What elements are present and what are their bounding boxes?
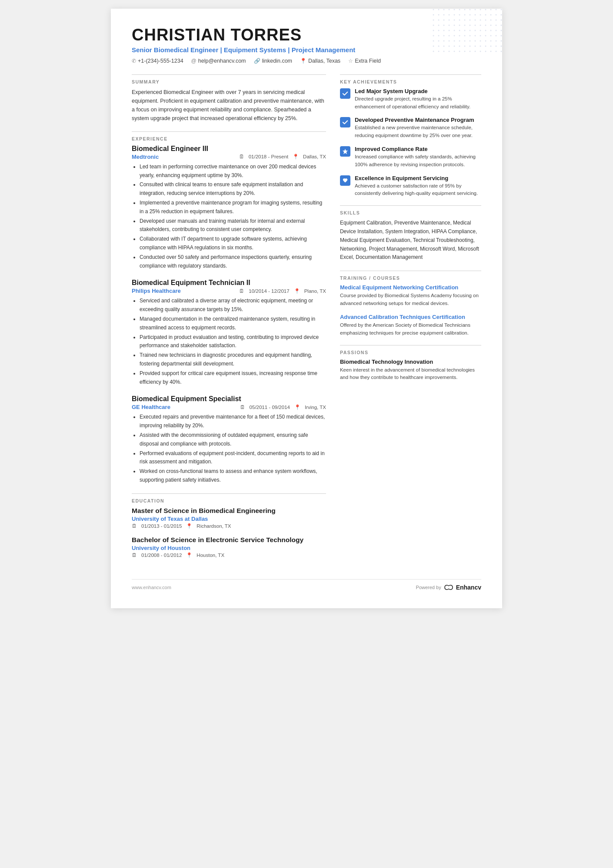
- job-2-company: Philips Healthcare: [132, 288, 181, 294]
- passions-label: PASSIONS: [340, 350, 481, 355]
- calendar-icon: 🗓: [240, 405, 245, 410]
- achievement-3-desc: Increased compliance with safety standar…: [355, 153, 481, 169]
- phone-value: +1-(234)-555-1234: [138, 58, 183, 64]
- star-small-icon: ☆: [348, 58, 353, 64]
- job-1-dates: 01/2018 - Present: [249, 154, 288, 159]
- check-icon: [342, 119, 348, 125]
- training-1: Medical Equipment Networking Certificati…: [340, 284, 481, 308]
- calendar-icon: 🗓: [132, 523, 137, 529]
- location-value: Dallas, Texas: [308, 58, 340, 64]
- location-contact: 📍 Dallas, Texas: [300, 58, 340, 64]
- link-icon: 🔗: [254, 58, 260, 64]
- job-3-title: Biomedical Equipment Specialist: [132, 395, 326, 403]
- job-1-bullets: Led team in performing corrective mainte…: [132, 163, 326, 271]
- extra-value: Extra Field: [355, 58, 381, 64]
- job-3-dates: 05/2011 - 09/2014: [250, 405, 290, 410]
- training-1-desc: Course provided by Biomedical Systems Ac…: [340, 292, 481, 308]
- star-icon: [342, 148, 348, 154]
- bullet-item: Developed user manuals and training mate…: [140, 217, 326, 235]
- achievement-3: Improved Compliance Rate Increased compl…: [340, 146, 481, 169]
- job-3-bullets: Executed repairs and preventive maintena…: [132, 413, 326, 484]
- phone-icon: ✆: [132, 58, 136, 64]
- resume-page: CHRISTIAN TORRES Senior Biomedical Engin…: [111, 9, 502, 608]
- location-icon-edu1: 📍: [186, 523, 192, 529]
- email-value: help@enhancv.com: [198, 58, 246, 64]
- training-2-title: Advanced Calibration Techniques Certific…: [340, 314, 481, 320]
- bullet-item: Participated in product evaluation and t…: [140, 333, 326, 351]
- achievement-4-content: Excellence in Equipment Servicing Achiev…: [355, 175, 481, 198]
- calendar-icon: 🗓: [239, 154, 244, 159]
- experience-section: EXPERIENCE Biomedical Engineer III Medtr…: [132, 131, 326, 485]
- header: CHRISTIAN TORRES Senior Biomedical Engin…: [132, 26, 481, 64]
- bullet-item: Worked on cross-functional teams to asse…: [140, 467, 326, 485]
- skills-section: SKILLS Equipment Calibration, Preventive…: [340, 205, 481, 262]
- achievement-2: Developed Preventive Maintenance Program…: [340, 117, 481, 140]
- footer-url: www.enhancv.com: [132, 585, 171, 590]
- bullet-item: Implemented a preventive maintenance pro…: [140, 199, 326, 216]
- location-icon-job3: 📍: [294, 404, 300, 410]
- job-1-company-row: Medtronic 🗓 01/2018 - Present 📍 Dallas, …: [132, 154, 326, 160]
- email-contact: @ help@enhancv.com: [191, 58, 246, 64]
- left-column: SUMMARY Experienced Biomedical Engineer …: [132, 74, 326, 566]
- two-column-layout: SUMMARY Experienced Biomedical Engineer …: [132, 74, 481, 566]
- edu-1-degree: Master of Science in Biomedical Engineer…: [132, 507, 326, 515]
- candidate-name: CHRISTIAN TORRES: [132, 26, 481, 44]
- contact-row: ✆ +1-(234)-555-1234 @ help@enhancv.com 🔗…: [132, 58, 481, 64]
- footer: www.enhancv.com Powered by Enhancv: [132, 579, 481, 591]
- job-2: Biomedical Equipment Technician II Phili…: [132, 279, 326, 386]
- job-2-meta: 🗓 10/2014 - 12/2017 📍 Plano, TX: [239, 288, 326, 294]
- education-label: EDUCATION: [132, 498, 326, 503]
- svg-marker-2: [343, 149, 348, 154]
- experience-label: EXPERIENCE: [132, 136, 326, 141]
- linkedin-value: linkedin.com: [262, 58, 292, 64]
- passions-divider: [340, 345, 481, 345]
- email-icon: @: [191, 58, 197, 64]
- achievement-4-title: Excellence in Equipment Servicing: [355, 175, 481, 181]
- achievement-4: Excellence in Equipment Servicing Achiev…: [340, 175, 481, 198]
- summary-text: Experienced Biomedical Engineer with ove…: [132, 88, 326, 123]
- job-1-title: Biomedical Engineer III: [132, 145, 326, 153]
- right-column: KEY ACHIEVEMENTS Led Major System Upgrad…: [340, 74, 481, 566]
- achievement-1-content: Led Major System Upgrade Directed upgrad…: [355, 88, 481, 111]
- passions-section: PASSIONS Biomedical Technology Innovatio…: [340, 345, 481, 382]
- achievement-4-icon: [340, 175, 350, 186]
- skills-text: Equipment Calibration, Preventive Mainte…: [340, 219, 481, 262]
- achievement-2-content: Developed Preventive Maintenance Program…: [355, 117, 481, 140]
- education-section: EDUCATION Master of Science in Biomedica…: [132, 493, 326, 558]
- bullet-item: Provided support for critical care equip…: [140, 369, 326, 387]
- edu-2-location: Houston, TX: [197, 553, 224, 558]
- edu-2-meta: 🗓 01/2008 - 01/2012 📍 Houston, TX: [132, 552, 326, 558]
- extra-contact: ☆ Extra Field: [348, 58, 381, 64]
- achievement-1-icon: [340, 88, 350, 99]
- training-2-desc: Offered by the American Society of Biome…: [340, 322, 481, 337]
- summary-divider: [132, 74, 326, 75]
- achievement-3-content: Improved Compliance Rate Increased compl…: [355, 146, 481, 169]
- bullet-item: Collaborated with IT department to upgra…: [140, 235, 326, 252]
- job-1: Biomedical Engineer III Medtronic 🗓 01/2…: [132, 145, 326, 271]
- location-icon: 📍: [300, 58, 306, 64]
- powered-by-text: Powered by: [416, 585, 441, 590]
- location-icon-job1: 📍: [293, 154, 299, 160]
- training-section: TRAINING / COURSES Medical Equipment Net…: [340, 271, 481, 337]
- location-icon-job2: 📍: [294, 288, 300, 294]
- bullet-item: Trained new technicians in diagnostic pr…: [140, 351, 326, 369]
- job-3-company-row: GE Healthcare 🗓 05/2011 - 09/2014 📍 Irvi…: [132, 404, 326, 410]
- enhancv-logo-icon: [444, 584, 453, 590]
- phone-contact: ✆ +1-(234)-555-1234: [132, 58, 183, 64]
- achievement-2-desc: Established a new preventive maintenance…: [355, 124, 481, 140]
- job-3-meta: 🗓 05/2011 - 09/2014 📍 Irving, TX: [240, 404, 326, 410]
- achievement-2-title: Developed Preventive Maintenance Program: [355, 117, 481, 123]
- edu-2-dates: 01/2008 - 01/2012: [141, 553, 182, 558]
- training-2: Advanced Calibration Techniques Certific…: [340, 314, 481, 337]
- training-divider: [340, 271, 481, 271]
- edu-2-degree: Bachelor of Science in Electronic Servic…: [132, 536, 326, 544]
- edu-1: Master of Science in Biomedical Engineer…: [132, 507, 326, 529]
- skills-label: SKILLS: [340, 210, 481, 215]
- job-2-title: Biomedical Equipment Technician II: [132, 279, 326, 287]
- achievement-3-title: Improved Compliance Rate: [355, 146, 481, 152]
- achievement-1: Led Major System Upgrade Directed upgrad…: [340, 88, 481, 111]
- achievements-divider: [340, 74, 481, 75]
- achievement-1-desc: Directed upgrade project, resulting in a…: [355, 95, 481, 111]
- job-3-location: Irving, TX: [305, 405, 326, 410]
- location-icon-edu2: 📍: [186, 552, 192, 558]
